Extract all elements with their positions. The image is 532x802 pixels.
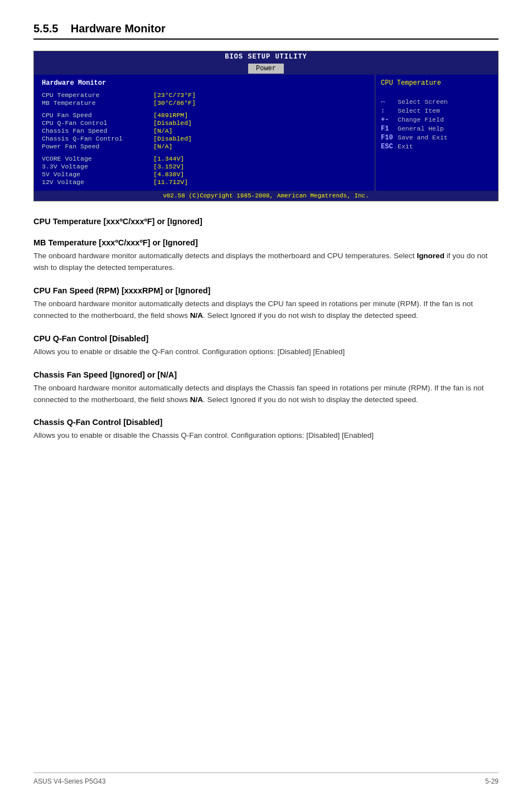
heading-cpu-qfan: CPU Q-Fan Control [Disabled] [33,334,499,343]
bios-title: BIOS SETUP UTILITY [34,51,498,62]
text-chassis-qfan: Allows you to enable or disable the Chas… [33,430,499,442]
bios-key-select-screen: ↔ Select Screen [381,98,492,106]
bios-row-12v: 12V Voltage [11.712V] [42,178,367,186]
bios-row-33v: 3.3V Voltage [3.152V] [42,163,367,170]
bios-row-vcore: VCORE Voltage [1.344V] [42,155,367,162]
text-chassis-fan: The onboard hardware monitor automatical… [33,383,499,406]
bios-row-5v: 5V Voltage [4.838V] [42,171,367,178]
bios-row-mb-temp: MB Temperature [30°C/86°F] [42,99,367,107]
bios-key-general-help: F1 General Help [381,125,492,133]
bios-section-label: Hardware Monitor [42,79,367,87]
heading-mb-temp: MB Temperature [xxxºC/xxxºF] or [Ignored… [33,238,499,247]
bios-row-cpu-temp: CPU Temperature [23°C/73°F] [42,91,367,99]
content-section-chassis-qfan: Chassis Q-Fan Control [Disabled] Allows … [33,418,499,442]
text-mb-temp: The onboard hardware monitor automatical… [33,250,499,274]
heading-cpu-temp: CPU Temperature [xxxºC/xxxºF] or [Ignore… [33,217,499,226]
heading-chassis-qfan: Chassis Q-Fan Control [Disabled] [33,418,499,427]
bios-footer: v02.58 (C)Copyright 1985-2008, American … [34,191,498,201]
bios-row-power-fan: Power Fan Speed [N/A] [42,143,367,150]
bios-row-cpu-fan: CPU Fan Speed [4891RPM] [42,112,367,119]
section-number: 5.5.5 [33,22,58,35]
bios-right-title: CPU Temperature [381,79,492,87]
bios-key-save-exit: F10 Save and Exit [381,134,492,142]
content-section-cpu-fan: CPU Fan Speed (RPM) [xxxxRPM] or [Ignore… [33,286,499,322]
text-cpu-fan: The onboard hardware monitor automatical… [33,298,499,322]
page-footer: ASUS V4-Series P5G43 5-29 [33,772,499,785]
footer-left: ASUS V4-Series P5G43 [33,777,105,785]
bios-key-select-item: ↕ Select Item [381,107,492,115]
bios-tab-bar: Power [34,62,498,75]
bios-row-cpu-qfan: CPU Q-Fan Control [Disabled] [42,119,367,127]
bios-left-panel: Hardware Monitor CPU Temperature [23°C/7… [34,75,375,191]
content-section-mb-temp: MB Temperature [xxxºC/xxxºF] or [Ignored… [33,238,499,274]
content-section-cpu-qfan: CPU Q-Fan Control [Disabled] Allows you … [33,334,499,358]
bios-screenshot: BIOS SETUP UTILITY Power Hardware Monito… [33,51,499,201]
footer-right: 5-29 [485,777,499,785]
section-heading: 5.5.5 Hardware Monitor [33,22,499,40]
heading-cpu-fan: CPU Fan Speed (RPM) [xxxxRPM] or [Ignore… [33,286,499,295]
bios-key-change-field: +- Change Field [381,116,492,124]
bios-key-exit: ESC Exit [381,143,492,151]
bios-right-panel: CPU Temperature ↔ Select Screen ↕ Select… [375,75,498,191]
bios-active-tab: Power [248,64,284,74]
bios-row-chassis-fan: Chassis Fan Speed [N/A] [42,127,367,134]
section-title: Hardware Monitor [71,22,166,35]
bios-content-area: Hardware Monitor CPU Temperature [23°C/7… [34,75,498,191]
content-section-chassis-fan: Chassis Fan Speed [Ignored] or [N/A] The… [33,370,499,406]
bios-row-chassis-qfan: Chassis Q-Fan Control [Disabled] [42,135,367,142]
bios-key-section: ↔ Select Screen ↕ Select Item +- Change … [381,98,492,151]
heading-chassis-fan: Chassis Fan Speed [Ignored] or [N/A] [33,370,499,379]
content-section-cpu-temp: CPU Temperature [xxxºC/xxxºF] or [Ignore… [33,217,499,226]
text-cpu-qfan: Allows you to enable or disable the Q-Fa… [33,346,499,358]
